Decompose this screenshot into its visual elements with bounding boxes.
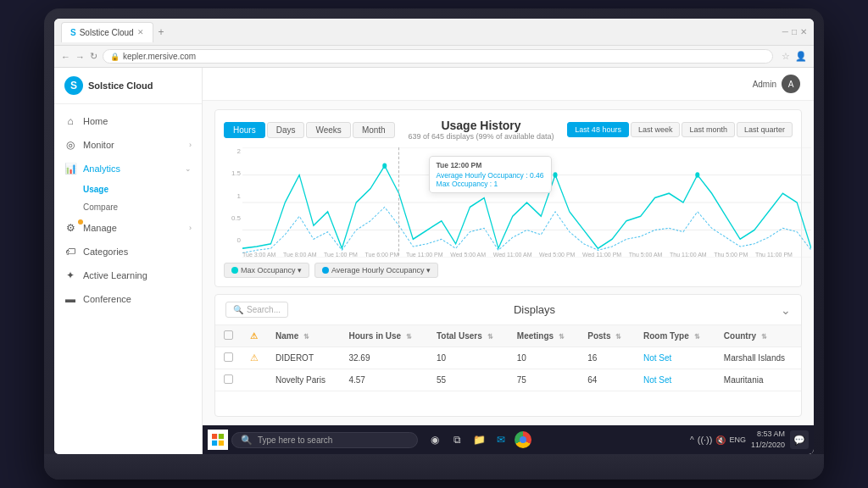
laptop-frame: S Solstice Cloud ✕ + ─ □ ✕ ← → ↻ 🔒 keple… [44,8,824,480]
forward-btn[interactable]: → [75,52,85,62]
header-checkbox[interactable] [224,330,233,340]
nav-active-learning-label: Active Learning [83,270,147,280]
logo-icon: S [64,76,83,95]
col-posts[interactable]: Posts ⇅ [579,325,635,347]
sidebar-item-conference[interactable]: ▬ Conference [54,287,202,311]
manage-dot [78,219,83,225]
maximize-btn[interactable]: □ [792,27,797,36]
chart-svg [242,147,811,258]
sidebar-item-manage[interactable]: ⚙ Manage › [54,216,202,240]
col-warning: ⚠ [242,325,267,347]
sort-arrows: ⇅ [559,333,565,341]
refresh-btn[interactable]: ↻ [90,51,97,62]
displays-section: 🔍 Search... Displays ⌄ [214,294,802,417]
notification-icon[interactable]: 💬 [790,430,809,449]
speaker-icon[interactable]: 🔇 [715,435,726,445]
start-button[interactable] [208,430,228,450]
chart-section: Hours Days Weeks Month Usage History 639… [214,109,802,287]
sidebar-item-monitor[interactable]: ◎ Monitor › [54,133,202,157]
taskbar-file-explorer-icon[interactable]: 📁 [470,431,487,448]
url-text: kepler.mersive.com [123,52,196,61]
taskbar-mail-icon[interactable]: ✉ [492,431,509,448]
cell-checkbox[interactable] [215,369,242,391]
sub-compare-label: Compare [83,202,118,212]
sidebar-sub-usage[interactable]: Usage [54,180,202,198]
table-header: ⚠ Name ⇅ Hours in Use ⇅ [215,325,801,347]
tab-hours[interactable]: Hours [224,122,265,138]
admin-avatar[interactable]: A [782,75,800,93]
wifi-icon[interactable]: ((·)) [698,435,713,445]
table-row: Novelty Paris 4.57 55 75 64 Not Set Maur… [215,369,801,391]
taskbar-sys-icons: ^ ((·)) 🔇 ENG [690,435,746,445]
sort-arrows: ⇅ [761,333,767,341]
cell-hours: 32.69 [340,347,428,369]
cell-room-type[interactable]: Not Set [635,369,715,391]
cell-checkbox[interactable] [215,347,242,369]
time-btn-lastquarter[interactable]: Last quarter [737,122,793,137]
sidebar-sub-compare[interactable]: Compare [54,198,202,216]
taskbar-clock[interactable]: 8:53 AM 11/2/2020 [751,429,785,450]
col-name[interactable]: Name ⇅ [267,325,340,347]
close-btn[interactable]: ✕ [800,27,807,36]
chevron-icon: ⌄ [185,164,192,173]
sidebar-item-home[interactable]: ⌂ Home [54,109,202,133]
new-tab-btn[interactable]: + [159,26,164,38]
content-panel: Hours Days Weeks Month Usage History 639… [203,101,814,425]
collapse-btn[interactable]: ⌄ [781,303,791,317]
search-box[interactable]: 🔍 Search... [225,302,288,318]
back-btn[interactable]: ← [61,52,70,62]
tab-month[interactable]: Month [353,122,395,138]
cell-posts: 16 [579,347,635,369]
sort-arrows: ⇅ [694,333,700,341]
taskbar-cortana-icon[interactable]: ◉ [426,431,443,448]
taskbar-chrome-icon[interactable] [515,431,531,448]
chevron-icon: › [189,141,192,149]
tab-days[interactable]: Days [267,122,305,138]
taskbar-right: ^ ((·)) 🔇 ENG 8:53 AM 11/2/2020 💬 [690,429,809,450]
address-field[interactable]: 🔒 kepler.mersive.com [103,49,773,64]
warning-icon: ⚠ [250,352,259,363]
profile-icon[interactable]: 👤 [795,51,807,62]
tab-close-btn[interactable]: ✕ [137,28,144,36]
cell-room-type[interactable]: Not Set [635,347,715,369]
table-row: ⚠ DIDEROT 32.69 10 10 16 Not Set Marshal… [215,347,801,369]
table-body: ⚠ DIDEROT 32.69 10 10 16 Not Set Marshal… [215,347,801,391]
caret-icon[interactable]: ^ [690,435,694,445]
taskbar-task-view-icon[interactable]: ⧉ [448,431,465,448]
col-meetings[interactable]: Meetings ⇅ [509,325,579,347]
sidebar-item-active-learning[interactable]: ✦ Active Learning [54,263,202,287]
filter-avg-hourly[interactable]: Average Hourly Occupancy ▾ [314,263,438,278]
sidebar-item-analytics[interactable]: 📊 Analytics ⌄ [54,157,202,180]
manage-icon: ⚙ [64,222,76,234]
chart-tabs: Hours Days Weeks Month [224,122,395,138]
nav-categories-label: Categories [83,247,128,257]
y-axis-labels: 2 1.5 1 0.5 0 [224,147,241,244]
address-bar-row: ← → ↻ 🔒 kepler.mersive.com ☆ 👤 [54,46,814,68]
col-users[interactable]: Total Users ⇅ [428,325,509,347]
time-btn-last48[interactable]: Last 48 hours [567,122,629,137]
col-hours[interactable]: Hours in Use ⇅ [340,325,428,347]
cell-users: 55 [428,369,509,391]
filter-max-occupancy[interactable]: Max Occupancy ▾ [224,263,309,278]
clock-date: 11/2/2020 [751,440,785,451]
sidebar: S Solstice Cloud ⌂ Home ◎ Monitor › 📊 [54,68,203,454]
cell-users: 10 [428,347,509,369]
nav-monitor-label: Monitor [83,140,114,150]
browser-controls: ─ □ ✕ [782,27,807,36]
sidebar-item-categories[interactable]: 🏷 Categories [54,240,202,263]
row-checkbox[interactable] [224,374,233,384]
time-btn-lastmonth[interactable]: Last month [682,122,735,137]
taskbar-search-box[interactable]: 🔍 Type here to search [231,432,418,448]
tab-title: Solstice Cloud [80,28,134,37]
col-country[interactable]: Country ⇅ [715,325,801,347]
chart-title: Usage History [408,119,554,132]
minimize-btn[interactable]: ─ [782,27,788,36]
row-checkbox[interactable] [224,352,233,362]
time-btn-lastweek[interactable]: Last week [631,122,681,137]
main-area: Admin A Hours Days Weeks Month [203,68,814,454]
bookmark-icon[interactable]: ☆ [782,51,790,62]
col-room-type[interactable]: Room Type ⇅ [635,325,715,347]
tab-weeks[interactable]: Weeks [306,122,350,138]
browser-tab[interactable]: S Solstice Cloud ✕ [61,22,153,42]
svg-rect-10 [219,434,224,439]
